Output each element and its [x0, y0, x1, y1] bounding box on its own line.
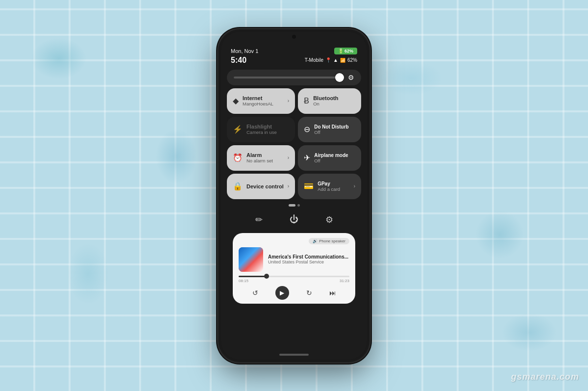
tile-alarm-chevron: ›	[288, 155, 289, 160]
phone-screen: Mon, Nov 1 🔋 62% 5:40 T-Mobile 📍 ▲ 📶 62%	[221, 32, 367, 360]
brightness-track[interactable]	[234, 77, 344, 78]
bottom-action-icons: ✏ ⏻ ⚙	[227, 211, 361, 228]
airplane-icon: ✈	[304, 153, 310, 162]
media-progress-fill	[239, 276, 267, 277]
speaker-icon: 🔊	[313, 239, 318, 243]
tile-bluetooth-title: Bluetooth	[313, 95, 355, 101]
home-indicator[interactable]	[221, 350, 367, 360]
qs-tiles-grid: ◆ Internet MangoHoesAL › Ƀ Bluetooth On	[227, 88, 361, 199]
brightness-settings-icon[interactable]: ⚙	[348, 74, 354, 81]
tile-gpay-text: GPay Add a card	[318, 181, 350, 192]
tile-flashlight-subtitle: Camera in use	[246, 130, 289, 135]
battery-level: 62%	[344, 49, 353, 53]
media-progress-track[interactable]	[239, 276, 349, 277]
tile-airplane[interactable]: ✈ Airplane mode Off	[298, 145, 361, 171]
tile-airplane-text: Airplane mode Off	[314, 153, 355, 163]
tile-airplane-title: Airplane mode	[314, 153, 355, 158]
tile-device-control-chevron: ›	[288, 183, 289, 189]
media-total-time: 31:23	[340, 279, 349, 283]
tile-dnd-subtitle: Off	[314, 130, 355, 135]
media-album-art	[239, 247, 263, 272]
status-date: Mon, Nov 1	[231, 48, 258, 54]
tile-alarm-subtitle: No alarm set	[246, 158, 284, 163]
status-bar: Mon, Nov 1 🔋 62% 5:40 T-Mobile 📍 ▲ 📶 62%	[221, 42, 367, 67]
media-title: America's First Communications...	[268, 254, 349, 260]
tile-alarm-title: Alarm	[246, 152, 284, 158]
quick-settings-panel: ⚙ ◆ Internet MangoHoesAL › Ƀ Blu	[221, 67, 367, 350]
tile-bluetooth-text: Bluetooth On	[313, 95, 355, 106]
replay-10-button[interactable]: ↺	[252, 289, 258, 297]
watermark-text: gsmarena.com	[511, 372, 579, 382]
speaker-label: Phone speaker	[319, 239, 345, 243]
media-current-time: 08:15	[239, 279, 248, 283]
tile-internet[interactable]: ◆ Internet MangoHoesAL ›	[227, 88, 295, 114]
settings-icon[interactable]: ⚙	[325, 214, 333, 225]
tile-bluetooth-subtitle: On	[313, 101, 355, 106]
media-progress-times: 08:15 31:23	[239, 279, 349, 283]
camera-dot	[292, 35, 296, 39]
media-info: America's First Communications... United…	[268, 254, 349, 264]
tile-internet-chevron: ›	[288, 98, 289, 104]
tile-dnd-text: Do Not Disturb Off	[314, 124, 355, 135]
home-bar	[279, 354, 309, 356]
carrier-name: T-Mobile	[305, 57, 323, 63]
phone-speaker-badge: 🔊 Phone speaker	[309, 238, 349, 244]
tile-bluetooth[interactable]: Ƀ Bluetooth On	[298, 88, 361, 114]
tile-dnd[interactable]: ⊖ Do Not Disturb Off	[298, 117, 361, 142]
gpay-icon: 💳	[304, 182, 314, 191]
status-right-icons: T-Mobile 📍 ▲ 📶 62%	[305, 57, 357, 63]
tile-flashlight-text: Flashlight Camera in use	[246, 124, 289, 135]
media-progress-row[interactable]: 08:15 31:23	[239, 276, 349, 283]
tile-gpay-subtitle: Add a card	[318, 186, 350, 192]
edit-icon[interactable]: ✏	[255, 214, 263, 225]
signal-status-icon: 📶	[340, 58, 345, 63]
media-artist: United States Postal Service	[268, 260, 349, 264]
battery-status-text: 62%	[347, 57, 357, 63]
status-time: 5:40	[231, 56, 246, 65]
flashlight-icon: ⚡	[233, 125, 243, 134]
phone-device: Mon, Nov 1 🔋 62% 5:40 T-Mobile 📍 ▲ 📶 62%	[218, 29, 370, 363]
brightness-slider-row[interactable]: ⚙	[227, 70, 361, 85]
tile-internet-subtitle: MangoHoesAL	[243, 101, 284, 106]
bluetooth-icon: Ƀ	[304, 96, 309, 105]
tile-flashlight-title: Flashlight	[246, 124, 289, 130]
power-icon[interactable]: ⏻	[290, 214, 298, 225]
battery-indicator: 🔋 62%	[334, 48, 357, 54]
media-controls: ↺ ▶ ↻ ⏭	[239, 286, 349, 300]
media-player: 🔊 Phone speaker America's First Communic…	[233, 233, 355, 304]
dnd-icon: ⊖	[304, 125, 310, 134]
page-dot-1	[289, 204, 295, 207]
tile-internet-title: Internet	[243, 95, 284, 101]
tile-gpay-chevron: ›	[354, 183, 355, 189]
device-control-icon: 🔒	[233, 182, 243, 191]
media-progress-thumb[interactable]	[264, 274, 269, 279]
tile-alarm[interactable]: ⏰ Alarm No alarm set ›	[227, 145, 295, 171]
notch-area	[221, 32, 367, 42]
wifi-status-icon: ▲	[333, 57, 338, 63]
tile-gpay-title: GPay	[318, 181, 350, 186]
tile-device-control[interactable]: 🔒 Device control ›	[227, 174, 295, 199]
tile-alarm-text: Alarm No alarm set	[246, 152, 284, 163]
tile-airplane-subtitle: Off	[314, 158, 355, 163]
media-body: America's First Communications... United…	[239, 247, 349, 272]
brightness-thumb[interactable]	[335, 73, 344, 82]
location-icon: 📍	[325, 57, 331, 63]
tile-dnd-title: Do Not Disturb	[314, 124, 355, 130]
tile-device-control-text: Device control	[246, 183, 284, 189]
tile-device-control-title: Device control	[246, 183, 284, 189]
battery-icon: 🔋	[338, 49, 343, 53]
page-dot-2	[297, 204, 300, 207]
tile-flashlight[interactable]: ⚡ Flashlight Camera in use	[227, 117, 295, 142]
forward-10-button[interactable]: ↻	[306, 289, 312, 297]
media-art-inner	[239, 247, 263, 272]
skip-next-button[interactable]: ⏭	[329, 289, 336, 297]
wifi-icon: ◆	[233, 96, 239, 105]
tile-gpay[interactable]: 💳 GPay Add a card ›	[298, 174, 361, 199]
tile-internet-text: Internet MangoHoesAL	[243, 95, 284, 106]
play-pause-button[interactable]: ▶	[275, 286, 289, 300]
alarm-icon: ⏰	[233, 153, 243, 162]
page-dots	[227, 202, 361, 209]
